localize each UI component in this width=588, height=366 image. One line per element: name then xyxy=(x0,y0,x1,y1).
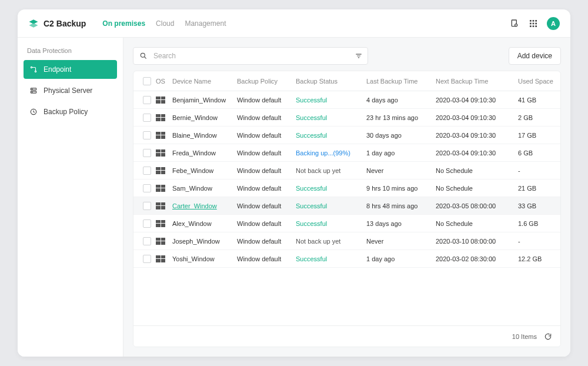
svg-rect-12 xyxy=(535,25,537,27)
backup-policy: Window default xyxy=(237,132,296,139)
svg-rect-8 xyxy=(533,22,534,24)
row-checkbox[interactable] xyxy=(143,114,151,122)
policy-icon xyxy=(29,108,38,116)
svg-point-3 xyxy=(515,24,517,26)
file-icon[interactable] xyxy=(509,18,520,29)
sidebar-item-physical-server[interactable]: Physical Server xyxy=(24,81,117,100)
last-backup-time: 8 hrs 48 mins ago xyxy=(366,202,436,209)
svg-point-13 xyxy=(31,66,32,68)
last-backup-time: 30 days ago xyxy=(366,132,436,139)
backup-policy: Window default xyxy=(237,220,296,227)
svg-point-17 xyxy=(32,89,32,89)
col-policy[interactable]: Backup Policy xyxy=(237,78,296,85)
svg-rect-7 xyxy=(530,22,532,24)
next-backup-time: 2020-03-04 09:10:30 xyxy=(436,114,518,121)
device-name: Benjamin_Window xyxy=(172,97,237,104)
backup-status: Successful xyxy=(296,132,366,139)
apps-grid-icon[interactable] xyxy=(528,18,539,29)
backup-status: Backing up...(99%) xyxy=(296,149,366,157)
last-backup-time: 1 day ago xyxy=(366,255,436,262)
table-row[interactable]: Yoshi_WindowWindow defaultSuccessful1 da… xyxy=(133,250,560,268)
col-device[interactable]: Device Name xyxy=(172,78,237,85)
backup-policy: Window default xyxy=(237,149,296,157)
add-device-button[interactable]: Add device xyxy=(509,47,561,65)
device-name[interactable]: Carter_Window xyxy=(172,202,237,209)
row-checkbox[interactable] xyxy=(143,219,151,228)
table-row[interactable]: Bernie_WindowWindow defaultSuccessful23 … xyxy=(133,109,560,127)
next-backup-time: 2020-03-04 09:10:30 xyxy=(436,149,518,157)
backup-status: Successful xyxy=(296,185,366,192)
sidebar-item-label: Endpoint xyxy=(44,65,71,74)
table-row[interactable]: Benjamin_WindowWindow defaultSuccessful4… xyxy=(133,91,560,109)
windows-icon xyxy=(156,132,165,139)
app-frame: C2 Backup On premisesCloudManagement A D… xyxy=(18,9,570,357)
table-row[interactable]: Joseph_WindowWindow defaultNot back up y… xyxy=(133,232,560,250)
sidebar-section-title: Data Protection xyxy=(24,47,117,54)
backup-policy: Window default xyxy=(237,185,296,192)
svg-point-14 xyxy=(35,71,36,72)
row-checkbox[interactable] xyxy=(143,237,151,245)
body-area: Data Protection EndpointPhysical ServerB… xyxy=(18,38,570,357)
row-checkbox[interactable] xyxy=(143,131,151,139)
col-next[interactable]: Next Backup Time xyxy=(436,78,518,85)
sidebar-item-backup-policy[interactable]: Backup Policy xyxy=(24,102,117,121)
select-all-checkbox[interactable] xyxy=(143,77,151,85)
backup-status: Not back up yet xyxy=(296,167,366,174)
next-backup-time: 2020-03-04 09:10:30 xyxy=(436,132,518,139)
col-status[interactable]: Backup Status xyxy=(296,78,366,85)
filter-icon[interactable] xyxy=(355,52,363,60)
device-table: OS Device Name Backup Policy Backup Stat… xyxy=(133,71,561,347)
svg-rect-6 xyxy=(535,20,537,22)
windows-icon xyxy=(156,167,165,174)
backup-status: Not back up yet xyxy=(296,238,366,245)
next-backup-time: No Schedule xyxy=(436,185,518,192)
col-last[interactable]: Last Backup Time xyxy=(366,78,436,85)
table-row[interactable]: Carter_WindowWindow defaultSuccessful8 h… xyxy=(133,197,560,215)
table-header: OS Device Name Backup Policy Backup Stat… xyxy=(133,71,560,91)
used-space: - xyxy=(518,167,560,174)
next-backup-time: 2020-03-04 09:10:30 xyxy=(436,97,518,104)
table-row[interactable]: Alex_WindowWindow defaultSuccessful13 da… xyxy=(133,215,560,232)
refresh-icon[interactable] xyxy=(544,332,552,341)
avatar[interactable]: A xyxy=(547,17,560,30)
col-used[interactable]: Used Space xyxy=(518,78,561,85)
next-backup-time: 2020-03-05 08:00:00 xyxy=(436,202,518,209)
row-checkbox[interactable] xyxy=(143,167,151,175)
col-os[interactable]: OS xyxy=(156,78,172,85)
backup-policy: Window default xyxy=(237,114,296,121)
next-backup-time: 2020-03-10 08:00:00 xyxy=(436,238,518,245)
backup-status: Successful xyxy=(296,220,366,227)
search-input[interactable] xyxy=(153,52,350,60)
backup-status: Successful xyxy=(296,202,366,209)
svg-rect-9 xyxy=(535,22,537,24)
search-box[interactable] xyxy=(133,47,368,65)
brand-name: C2 Backup xyxy=(44,19,86,28)
server-icon xyxy=(29,86,38,95)
table-row[interactable]: Sam_WindowWindow defaultSuccessful9 hrs … xyxy=(133,179,560,197)
row-checkbox[interactable] xyxy=(143,96,151,104)
svg-rect-5 xyxy=(533,20,534,22)
svg-point-18 xyxy=(32,92,32,92)
device-name: Joseph_Window xyxy=(172,238,237,245)
row-checkbox[interactable] xyxy=(143,255,151,263)
used-space: - xyxy=(518,238,560,245)
topnav-item-1[interactable]: Cloud xyxy=(156,19,174,28)
sidebar: Data Protection EndpointPhysical ServerB… xyxy=(18,38,123,357)
row-checkbox[interactable] xyxy=(143,149,151,157)
toolbar: Add device xyxy=(133,47,561,65)
last-backup-time: 23 hr 13 mins ago xyxy=(366,114,436,121)
sidebar-item-endpoint[interactable]: Endpoint xyxy=(24,60,117,79)
table-row[interactable]: Freda_WindowWindow defaultBacking up...(… xyxy=(133,144,560,162)
backup-status: Successful xyxy=(296,114,366,121)
table-row[interactable]: Febe_WindowWindow defaultNot back up yet… xyxy=(133,162,560,179)
sidebar-item-label: Backup Policy xyxy=(44,108,88,116)
row-checkbox[interactable] xyxy=(143,202,151,210)
row-checkbox[interactable] xyxy=(143,184,151,192)
sidebar-item-label: Physical Server xyxy=(44,86,92,95)
table-footer: 10 Items xyxy=(133,325,560,347)
table-row[interactable]: Blaine_WindowWindow defaultSuccessful30 … xyxy=(133,127,560,144)
topnav-item-0[interactable]: On premises xyxy=(102,19,145,28)
topnav-item-2[interactable]: Management xyxy=(185,19,226,28)
backup-policy: Window default xyxy=(237,255,296,262)
svg-rect-4 xyxy=(530,20,532,22)
